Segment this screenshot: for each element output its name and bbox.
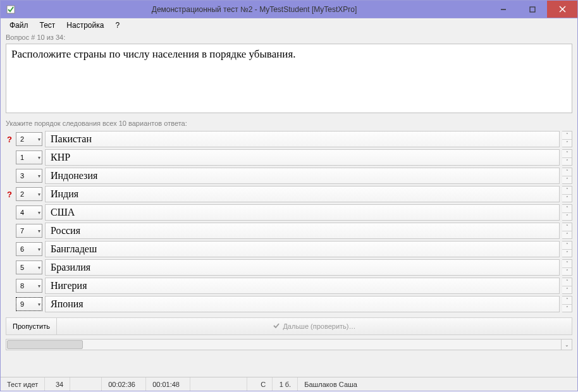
status-user: Башлаков Саша — [298, 377, 577, 391]
duplicate-warning-icon — [6, 278, 13, 294]
answer-row: 3▾Индонезия˄˅ — [6, 168, 572, 184]
answer-row: 6▾Бангладеш˄˅ — [6, 241, 572, 257]
chevron-down-icon: ▾ — [38, 155, 40, 161]
menu-settings[interactable]: Настройка — [61, 20, 109, 31]
question-text: Расположите страны по числу населения в … — [6, 44, 572, 113]
answer-row: ?2▾Пакистан˄˅ — [6, 131, 572, 147]
spin-down-icon[interactable]: ˅ — [562, 176, 572, 184]
spin-up-icon[interactable]: ˄ — [562, 223, 572, 231]
order-select[interactable]: 4▾ — [16, 205, 42, 219]
spin-down-icon[interactable]: ˅ — [562, 305, 572, 312]
order-value: 9 — [20, 300, 24, 308]
order-spinner[interactable]: ˄˅ — [562, 149, 572, 166]
order-value: 1 — [20, 154, 24, 161]
order-spinner[interactable]: ˄˅ — [562, 186, 572, 202]
spin-up-icon[interactable]: ˄ — [562, 242, 572, 250]
spin-up-icon[interactable]: ˄ — [562, 260, 572, 268]
minimize-button[interactable] — [489, 1, 518, 18]
close-button[interactable] — [547, 1, 577, 18]
app-icon — [6, 4, 16, 15]
answer-text: США — [45, 204, 560, 221]
order-spinner[interactable]: ˄˅ — [562, 168, 572, 184]
scrollbar-thumb[interactable] — [7, 340, 83, 349]
spin-down-icon[interactable]: ˅ — [562, 213, 572, 221]
order-select[interactable]: 5▾ — [16, 260, 42, 274]
horizontal-scrollbar[interactable]: ⌄ — [6, 339, 572, 350]
order-select[interactable]: 3▾ — [16, 169, 42, 183]
maximize-button[interactable] — [518, 1, 547, 18]
answer-text: Бразилия — [45, 259, 560, 276]
duplicate-warning-icon — [6, 204, 13, 221]
order-value: 2 — [20, 135, 24, 143]
chevron-down-icon: ▾ — [38, 228, 40, 234]
spin-up-icon[interactable]: ˄ — [562, 168, 572, 176]
button-row: Пропустить Дальше (проверить)… — [6, 317, 572, 335]
answer-row: 8▾Нигерия˄˅ — [6, 278, 572, 294]
titlebar[interactable]: Демонстрационный тест №2 - MyTestStudent… — [0, 0, 578, 18]
order-spinner[interactable]: ˄˅ — [562, 278, 572, 294]
order-value: 8 — [20, 282, 24, 290]
answer-text: Япония — [45, 296, 560, 312]
spin-down-icon[interactable]: ˅ — [562, 231, 572, 239]
duplicate-warning-icon — [6, 259, 13, 276]
status-score: 1 б. — [273, 377, 298, 391]
next-button-label: Дальше (проверить)… — [283, 322, 355, 330]
order-spinner[interactable]: ˄˅ — [562, 241, 572, 257]
statusbar: Тест идет 34 00:02:36 00:01:48 С 1 б. Ба… — [1, 377, 577, 391]
order-value: 5 — [20, 264, 24, 271]
order-spinner[interactable]: ˄˅ — [562, 204, 572, 221]
order-select[interactable]: 1▾ — [16, 150, 42, 164]
spin-down-icon[interactable]: ˅ — [562, 195, 572, 202]
spin-down-icon[interactable]: ˅ — [562, 158, 572, 166]
order-select[interactable]: 6▾ — [16, 242, 42, 256]
order-select[interactable]: 8▾ — [16, 279, 42, 293]
spin-down-icon[interactable]: ˅ — [562, 268, 572, 276]
chevron-down-icon: ▾ — [38, 192, 40, 197]
answer-text: Индонезия — [45, 168, 560, 184]
spin-up-icon[interactable]: ˄ — [562, 150, 572, 158]
duplicate-warning-icon: ? — [6, 131, 13, 147]
window-title: Демонстрационный тест №2 - MyTestStudent… — [20, 5, 489, 14]
menu-help[interactable]: ? — [110, 20, 125, 31]
duplicate-warning-icon — [6, 223, 13, 239]
spin-up-icon[interactable]: ˄ — [562, 205, 572, 213]
status-mode: С — [247, 377, 273, 391]
menubar: Файл Тест Настройка ? — [1, 18, 577, 32]
answer-row: ?2▾Индия˄˅ — [6, 186, 572, 202]
spin-down-icon[interactable]: ˅ — [562, 250, 572, 257]
order-spinner[interactable]: ˄˅ — [562, 259, 572, 276]
spin-up-icon[interactable]: ˄ — [562, 187, 572, 195]
spin-down-icon[interactable]: ˅ — [562, 140, 572, 147]
order-select[interactable]: 7▾ — [16, 224, 42, 238]
spin-up-icon[interactable]: ˄ — [562, 132, 572, 140]
menu-file[interactable]: Файл — [4, 20, 34, 31]
duplicate-warning-icon — [6, 149, 13, 166]
order-spinner[interactable]: ˄˅ — [562, 223, 572, 239]
spin-down-icon[interactable]: ˅ — [562, 286, 572, 294]
answer-text: Индия — [45, 186, 560, 202]
chevron-down-icon: ▾ — [38, 302, 40, 307]
chevron-down-icon: ▾ — [38, 137, 40, 142]
order-value: 2 — [20, 190, 24, 198]
order-spinner[interactable]: ˄˅ — [562, 296, 572, 312]
answer-text: Бангладеш — [45, 241, 560, 257]
scrollbar-right[interactable]: ⌄ — [561, 340, 572, 350]
chevron-down-icon: ▾ — [38, 265, 40, 271]
answer-text: КНР — [45, 149, 560, 166]
chevron-down-icon: ▾ — [38, 210, 40, 216]
duplicate-warning-icon — [6, 296, 13, 312]
skip-button[interactable]: Пропустить — [6, 318, 57, 334]
duplicate-warning-icon: ? — [6, 186, 13, 202]
order-select[interactable]: 9▾ — [16, 297, 42, 311]
svg-rect-2 — [530, 7, 535, 12]
answer-row: 4▾США˄˅ — [6, 204, 572, 221]
window-controls — [489, 1, 577, 18]
next-button[interactable]: Дальше (проверить)… — [57, 322, 572, 331]
menu-test[interactable]: Тест — [35, 20, 61, 31]
answer-row: 5▾Бразилия˄˅ — [6, 259, 572, 276]
spin-up-icon[interactable]: ˄ — [562, 278, 572, 286]
order-select[interactable]: 2▾ — [16, 187, 42, 201]
order-select[interactable]: 2▾ — [16, 132, 42, 146]
spin-up-icon[interactable]: ˄ — [562, 297, 572, 305]
order-spinner[interactable]: ˄˅ — [562, 131, 572, 147]
